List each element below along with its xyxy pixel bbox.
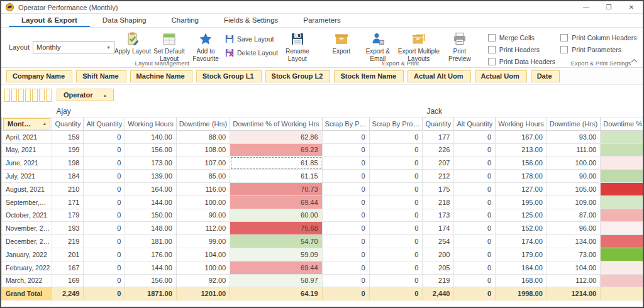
month-column-header[interactable]: Mont…▲ [2, 118, 52, 131]
cell-value[interactable]: 148.00 [125, 222, 177, 235]
cell-value[interactable]: 0 [84, 235, 125, 248]
cell-value[interactable]: 179 [52, 209, 84, 222]
cell-value[interactable]: 0 [369, 157, 423, 170]
field-chip-machine-name[interactable]: Machine Name [130, 70, 192, 82]
export-button[interactable]: Export [323, 28, 360, 55]
row-header-month[interactable]: September,… [2, 195, 52, 209]
cell-downtime-pct[interactable]: 52.11 [601, 143, 644, 157]
cell-value[interactable]: 112.00 [176, 222, 230, 235]
row-header-month[interactable]: November, 2… [2, 222, 52, 235]
checkbox-print-headers[interactable]: Print Headers [488, 46, 555, 53]
cell-downtime-pct[interactable]: 54.70 [230, 235, 322, 248]
cell-value[interactable]: 156.00 [125, 143, 177, 157]
column-header-alt-quantity[interactable]: Alt Quantity [84, 118, 125, 131]
cell-value[interactable]: 167.00 [496, 130, 547, 143]
operator-field-chip[interactable]: Operator ▲ [57, 89, 114, 101]
cell-value[interactable]: 111.00 [547, 143, 600, 157]
cell-value[interactable]: 0 [454, 182, 496, 195]
cell-value[interactable]: 212 [423, 170, 454, 183]
cell-value[interactable]: 0 [322, 248, 369, 261]
cell-value[interactable]: 96.00 [547, 222, 600, 235]
cell-value[interactable]: 0 [454, 157, 496, 170]
row-header-month[interactable]: March, 2022 [2, 274, 52, 287]
cell-value[interactable]: 164.00 [125, 182, 177, 195]
field-chip-actual-uom[interactable]: Actual Uom [475, 70, 527, 82]
collapsed-field-chip[interactable] [4, 89, 10, 102]
cell-value[interactable]: 0 [369, 195, 423, 209]
field-chip-shift-name[interactable]: Shift Name [76, 70, 126, 82]
cell-downtime-pct[interactable]: 55.90 [601, 195, 644, 209]
cell-downtime-pct[interactable]: 62.86 [230, 130, 322, 143]
cell-value[interactable]: 0 [84, 222, 125, 235]
cell-value[interactable]: 207 [423, 157, 454, 170]
cell-value[interactable]: 105.00 [547, 182, 600, 195]
cell-value[interactable]: 200 [423, 248, 454, 261]
tab-data-shaping[interactable]: Data Shaping [90, 14, 159, 27]
column-header-downtime-of-working-hrs[interactable]: Downtime % of Working Hrs [601, 118, 644, 131]
collapsed-field-chip[interactable] [46, 89, 52, 102]
column-header-downtime-hrs[interactable]: Downtime (Hrs) [547, 118, 600, 131]
cell-value[interactable]: 0 [322, 130, 369, 143]
field-chip-stock-item-name[interactable]: Stock Item Name [334, 70, 404, 82]
cell-downtime-pct[interactable]: 69.23 [230, 143, 322, 157]
cell-value[interactable]: 173 [423, 209, 454, 222]
collapsed-field-chip[interactable] [25, 89, 31, 102]
cell-downtime-pct[interactable]: 60.00 [230, 209, 322, 222]
cell-value[interactable]: 0 [369, 143, 423, 157]
cell-value[interactable]: 0 [369, 261, 423, 274]
cell-downtime-pct[interactable]: 75.68 [230, 222, 322, 235]
cell-value[interactable]: 174 [423, 222, 454, 235]
cell-value[interactable]: 104.00 [547, 261, 600, 274]
cell-value[interactable]: 100.00 [176, 195, 230, 209]
cell-value[interactable]: 0 [322, 170, 369, 183]
cell-value[interactable]: 195.00 [496, 195, 547, 209]
cell-value[interactable]: 174.00 [496, 235, 547, 248]
cell-value[interactable]: 0 [322, 182, 369, 195]
tab-fields-settings[interactable]: Fields & Settings [211, 14, 291, 27]
column-header-scrap-by-p[interactable]: Scrap By P… [322, 118, 369, 131]
cell-value[interactable]: 213.00 [496, 143, 547, 157]
tab-layout-export[interactable]: Layout & Export [9, 14, 90, 27]
cell-value[interactable]: 226 [423, 143, 454, 157]
cell-value[interactable]: 134.00 [547, 235, 600, 248]
cell-value[interactable]: 88.00 [176, 130, 230, 143]
row-header-month[interactable]: April, 2021 [2, 130, 52, 143]
field-chip-date[interactable]: Date [531, 70, 560, 82]
collapsed-field-chip[interactable] [18, 89, 24, 102]
cell-value[interactable]: 104.00 [176, 248, 230, 261]
row-header-month[interactable]: July, 2021 [2, 170, 52, 183]
cell-downtime-pct[interactable]: 40.78 [601, 248, 644, 261]
restore-button[interactable]: ❐ [597, 1, 620, 13]
field-chip-company-name[interactable]: Company Name [6, 70, 72, 82]
cell-value[interactable]: 0 [322, 261, 369, 274]
cell-value[interactable]: 139.00 [125, 170, 177, 183]
field-chip-stock-group-l2[interactable]: Stock Group L2 [265, 70, 331, 82]
cell-value[interactable]: 92.00 [176, 274, 230, 287]
cell-value[interactable]: 144.00 [125, 195, 177, 209]
cell-value[interactable]: 0 [454, 274, 496, 287]
cell-value[interactable]: 219 [423, 274, 454, 287]
cell-value[interactable]: 0 [322, 222, 369, 235]
column-header-quantity[interactable]: Quantity [423, 118, 454, 131]
column-header-scrap-by-pro[interactable]: Scrap By Pro… [369, 118, 423, 131]
cell-value[interactable]: 0 [322, 235, 369, 248]
cell-value[interactable]: 168.00 [496, 274, 547, 287]
column-header-downtime-of-working-hrs[interactable]: Downtime % of Working Hrs [230, 118, 322, 131]
cell-value[interactable]: 0 [454, 209, 496, 222]
minimize-button[interactable]: — [575, 1, 597, 13]
cell-value[interactable]: 159 [52, 130, 84, 143]
cell-value[interactable]: 90.00 [547, 170, 600, 183]
print-preview-button[interactable]: Print Preview [441, 28, 478, 63]
cell-downtime-pct[interactable]: 63.16 [601, 222, 644, 235]
tab-charting[interactable]: Charting [159, 14, 211, 27]
cell-value[interactable]: 193 [52, 222, 84, 235]
cell-value[interactable]: 0 [369, 235, 423, 248]
cell-value[interactable]: 152.00 [496, 222, 547, 235]
layout-select[interactable]: Monthly ▼ [33, 41, 114, 53]
cell-value[interactable]: 73.00 [547, 248, 600, 261]
cell-value[interactable]: 181.00 [125, 235, 177, 248]
cell-value[interactable]: 150.00 [125, 209, 177, 222]
cell-value[interactable]: 0 [454, 170, 496, 183]
cell-downtime-pct[interactable]: 69.44 [230, 195, 322, 209]
cell-value[interactable]: 127.00 [496, 182, 547, 195]
